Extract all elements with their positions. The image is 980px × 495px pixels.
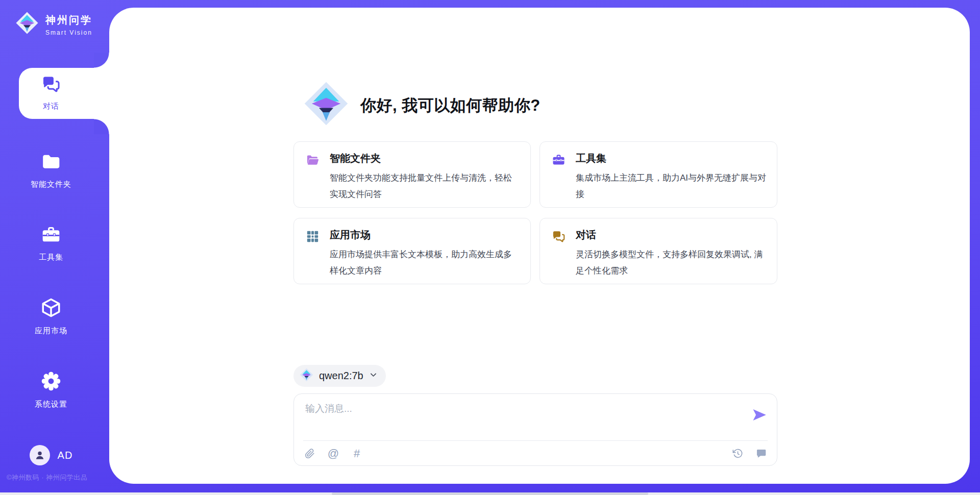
card-title: 工具集 (576, 152, 767, 165)
sidebar-item-app-market[interactable]: 应用市场 (0, 297, 102, 336)
brand-subtitle: Smart Vision (45, 29, 92, 36)
folder-icon (41, 152, 61, 174)
feature-cards: 智能文件夹 智能文件夹功能支持批量文件上传与清洗，轻松实现文件问答 工具集 集成… (293, 141, 777, 284)
user-account[interactable]: AD (0, 445, 102, 465)
card-description: 灵活切换多模型文件，支持多样回复效果调试, 满足个性化需求 (576, 246, 767, 279)
sidebar-item-label: 对话 (43, 102, 59, 111)
greeting-title: 你好, 我可以如何帮助你? (360, 95, 541, 116)
gear-icon (40, 370, 62, 394)
copyright-text: ©神州数码 · 神州问学出品 (7, 473, 87, 482)
toolbox-icon (552, 152, 566, 207)
app-window: 神州问学 Smart Vision 对话 智能文件夹 (0, 0, 980, 495)
card-description: 智能文件夹功能支持批量文件上传与清洗，轻松实现文件问答 (330, 170, 520, 203)
horizontal-scrollbar[interactable] (0, 492, 980, 495)
card-smart-folder[interactable]: 智能文件夹 智能文件夹功能支持批量文件上传与清洗，轻松实现文件问答 (293, 141, 531, 208)
card-title: 应用市场 (330, 228, 520, 242)
chevron-down-icon (369, 370, 378, 381)
person-icon (34, 449, 46, 461)
composer-toolbar: @ # (294, 441, 777, 466)
card-chat[interactable]: 对话 灵活切换多模型文件，支持多样回复效果调试, 满足个性化需求 (540, 218, 777, 284)
toolbox-icon (41, 225, 61, 247)
card-title: 对话 (576, 228, 767, 242)
brand-name: 神州问学 (45, 13, 92, 27)
folder-open-icon (306, 152, 320, 207)
sidebar-item-chat[interactable]: 对话 (0, 75, 102, 111)
scrollbar-thumb[interactable] (332, 492, 648, 495)
message-input[interactable] (305, 402, 744, 436)
sidebar-item-toolset[interactable]: 工具集 (0, 225, 102, 262)
brand-logo: 神州问学 Smart Vision (15, 11, 92, 37)
active-tab-fillet-bottom (94, 119, 109, 134)
hash-icon[interactable]: # (351, 448, 362, 459)
sidebar-item-label: 工具集 (39, 253, 63, 262)
greeting-logo-icon (303, 81, 349, 129)
send-plane-icon (751, 407, 768, 423)
card-title: 智能文件夹 (330, 152, 520, 165)
model-selector[interactable]: qwen2:7b (293, 365, 386, 387)
grid-icon (306, 228, 320, 284)
diamond-logo-icon (15, 11, 39, 37)
chat-icon (41, 75, 61, 96)
user-name: AD (58, 450, 73, 461)
sidebar-item-label: 应用市场 (35, 326, 67, 336)
sidebar-item-smart-folder[interactable]: 智能文件夹 (0, 152, 102, 189)
comment-icon[interactable] (755, 448, 767, 459)
active-tab-fillet-top (94, 53, 109, 68)
message-composer: @ # (293, 393, 777, 466)
at-icon[interactable]: @ (328, 448, 339, 459)
card-description: 应用市场提供丰富长文本模板，助力高效生成多样化文章内容 (330, 246, 520, 279)
avatar (30, 445, 50, 465)
history-icon[interactable] (732, 448, 743, 459)
card-toolset[interactable]: 工具集 集成市场上主流工具，助力AI与外界无缝扩展与对接 (540, 141, 777, 208)
sidebar-item-label: 系统设置 (35, 400, 67, 409)
card-description: 集成市场上主流工具，助力AI与外界无缝扩展与对接 (576, 170, 767, 203)
sidebar-item-settings[interactable]: 系统设置 (0, 370, 102, 409)
cube-icon (40, 297, 62, 320)
send-button[interactable] (751, 407, 768, 423)
card-app-market[interactable]: 应用市场 应用市场提供丰富长文本模板，助力高效生成多样化文章内容 (293, 218, 531, 284)
diamond-logo-icon (300, 368, 313, 384)
paperclip-icon[interactable] (304, 448, 315, 459)
model-name: qwen2:7b (319, 370, 363, 382)
chat-icon (552, 228, 566, 284)
sidebar-item-label: 智能文件夹 (31, 180, 71, 189)
